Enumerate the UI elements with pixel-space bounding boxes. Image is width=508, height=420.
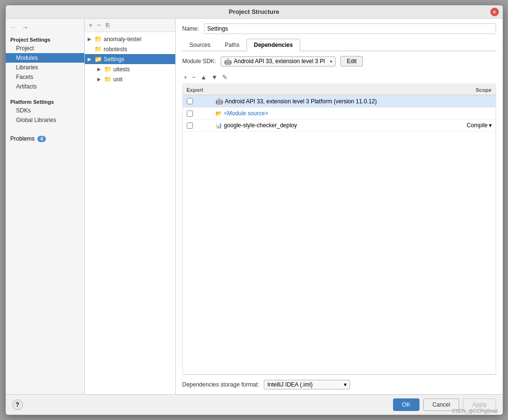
folder-icon-uitests: 📁	[104, 66, 112, 73]
name-row: Name:	[182, 23, 496, 34]
tree-item-anomaly-tester[interactable]: ▶ 📁 anomaly-tester	[85, 34, 175, 44]
export-cell-checker	[187, 122, 215, 129]
tree-arrow-settings: ▶	[88, 56, 94, 62]
content-panel: Name: Sources Paths Dependencies Module …	[176, 19, 503, 394]
edit-button[interactable]: Edit	[340, 56, 363, 66]
storage-chevron-icon: ▾	[344, 381, 347, 388]
dep-scope-checker[interactable]: Compile ▾	[449, 122, 492, 129]
export-checkbox-checker[interactable]	[187, 122, 193, 129]
sidebar-item-libraries[interactable]: Libraries	[6, 63, 84, 72]
tree-arrow-uitests: ▶	[97, 66, 104, 72]
dep-table: Export Scope 🤖 Android API 33, extension…	[182, 85, 496, 375]
export-checkbox-module[interactable]	[187, 111, 193, 117]
problems-label: Problems	[11, 135, 35, 142]
android-sdk-icon: 🤖	[215, 98, 223, 105]
dep-table-header: Export Scope	[183, 85, 496, 95]
dep-row-module-source[interactable]: 📂 <Module source>	[183, 108, 496, 120]
problems-row[interactable]: Problems 4	[6, 133, 84, 145]
platform-settings-label: Platform Settings	[6, 96, 84, 106]
export-cell-module	[187, 111, 215, 117]
sdk-chevron-icon: ▾	[330, 59, 332, 64]
storage-format-text: IntelliJ IDEA (.iml)	[267, 381, 342, 388]
dep-name-checker: 📊 google-style-checker_deploy	[215, 122, 449, 129]
dep-add-button[interactable]: +	[182, 73, 189, 81]
problems-badge: 4	[37, 136, 46, 142]
tree-arrow-anomaly-tester: ▶	[88, 36, 94, 42]
folder-icon-unit: 📁	[104, 76, 112, 83]
nav-arrows: ← →	[6, 21, 84, 34]
tree-copy-button[interactable]: ⎘	[104, 21, 111, 29]
sidebar-item-sdks[interactable]: SDKs	[6, 106, 84, 115]
dialog-title: Project Structure	[229, 8, 279, 15]
sidebar: ← → Project Settings Project Modules Lib…	[6, 19, 85, 394]
storage-format-row: Dependencies storage format: IntelliJ ID…	[182, 375, 496, 389]
sdk-text: Android API 33, extension level 3 Pl	[234, 58, 328, 65]
sdk-label: Module SDK:	[182, 58, 216, 65]
dep-remove-button[interactable]: −	[191, 73, 197, 81]
help-button[interactable]: ?	[12, 399, 23, 410]
dep-edit-button[interactable]: ✎	[221, 73, 229, 81]
tree-item-robotests[interactable]: 📁 robotests	[85, 44, 175, 54]
sdk-row: Module SDK: 🤖 Android API 33, extension …	[182, 56, 496, 66]
name-label: Name:	[182, 25, 199, 32]
tree-content: ▶ 📁 anomaly-tester 📁 robotests ▶ 📁 Setti…	[85, 32, 175, 394]
tab-sources[interactable]: Sources	[182, 39, 218, 51]
header-name	[215, 87, 449, 93]
dep-up-button[interactable]: ▲	[199, 73, 208, 81]
footer-left: ?	[12, 399, 23, 410]
sdk-dropdown[interactable]: 🤖 Android API 33, extension level 3 Pl ▾	[221, 56, 336, 66]
scope-chevron-icon: ▾	[489, 122, 492, 129]
dep-name-module: 📂 <Module source>	[215, 110, 449, 117]
storage-label: Dependencies storage format:	[182, 381, 260, 388]
close-button[interactable]: ×	[490, 8, 499, 16]
nav-forward-button[interactable]: →	[21, 23, 30, 31]
tree-toolbar: + − ⎘	[85, 19, 175, 32]
tree-arrow-unit: ▶	[97, 77, 104, 82]
tree-item-uitests[interactable]: ▶ 📁 uitests	[85, 64, 175, 74]
folder-icon-robotests: 📁	[94, 45, 102, 53]
tab-dependencies[interactable]: Dependencies	[247, 39, 300, 51]
export-checkbox-android[interactable]	[187, 98, 193, 104]
tab-paths[interactable]: Paths	[218, 39, 247, 51]
sidebar-item-global-libraries[interactable]: Global Libraries	[6, 115, 84, 125]
module-tree-panel: + − ⎘ ▶ 📁 anomaly-tester 📁 robotests	[85, 19, 176, 394]
dep-name-android: 🤖 Android API 33, extension level 3 Plat…	[215, 98, 449, 105]
dep-row-google-style-checker[interactable]: 📊 google-style-checker_deploy Compile ▾	[183, 120, 496, 132]
dependencies-content: Module SDK: 🤖 Android API 33, extension …	[182, 56, 496, 389]
dialog-footer: ? OK Cancel Apply	[6, 394, 503, 415]
project-settings-label: Project Settings	[6, 34, 84, 44]
tree-item-unit[interactable]: ▶ 📁 unit	[85, 74, 175, 84]
android-icon: 🤖	[224, 58, 232, 65]
main-body: ← → Project Settings Project Modules Lib…	[6, 19, 503, 394]
project-structure-dialog: Project Structure × ← → Project Settings…	[5, 5, 503, 415]
ok-button[interactable]: OK	[393, 398, 419, 411]
name-input[interactable]	[204, 23, 496, 34]
nav-back-button[interactable]: ←	[10, 23, 18, 31]
dep-down-button[interactable]: ▼	[210, 73, 219, 81]
header-scope: Scope	[449, 87, 492, 93]
sidebar-item-modules[interactable]: Modules	[6, 53, 84, 63]
tree-item-settings[interactable]: ▶ 📁 Settings	[85, 54, 175, 64]
sidebar-item-facets[interactable]: Facets	[6, 72, 84, 82]
tree-add-button[interactable]: +	[88, 21, 94, 29]
tree-remove-button[interactable]: −	[96, 21, 102, 29]
sidebar-item-artifacts[interactable]: Artifacts	[6, 82, 84, 91]
dep-toolbar: + − ▲ ▼ ✎	[182, 71, 496, 84]
storage-format-dropdown[interactable]: IntelliJ IDEA (.iml) ▾	[264, 380, 350, 389]
lib-icon: 📊	[215, 122, 222, 129]
folder-icon-settings: 📁	[94, 55, 102, 63]
dep-row-android-api[interactable]: 🤖 Android API 33, extension level 3 Plat…	[183, 95, 496, 108]
module-source-link[interactable]: <Module source>	[224, 110, 269, 117]
folder-src-icon: 📂	[215, 111, 222, 117]
folder-icon-anomaly-tester: 📁	[94, 35, 102, 43]
header-export: Export	[187, 87, 215, 93]
sidebar-item-project[interactable]: Project	[6, 44, 84, 53]
tabs: Sources Paths Dependencies	[182, 39, 496, 51]
title-bar: Project Structure ×	[6, 5, 503, 19]
watermark: CSDN_@CCPigSnail	[452, 408, 499, 414]
export-cell-android	[187, 98, 215, 104]
